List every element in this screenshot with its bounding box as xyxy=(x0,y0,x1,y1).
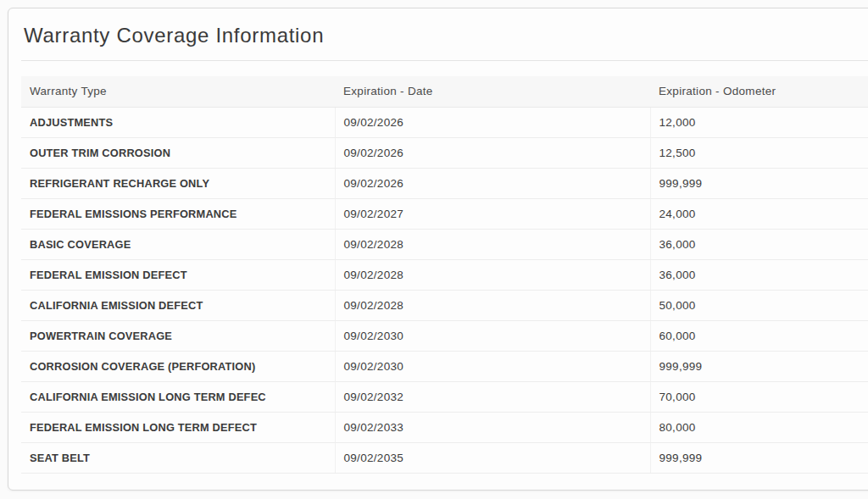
table-header-row: Warranty Type Expiration - Date Expirati… xyxy=(21,76,868,107)
table-row: CORROSION COVERAGE (PERFORATION) 09/02/2… xyxy=(21,351,868,381)
warranty-type-cell: CORROSION COVERAGE (PERFORATION) xyxy=(21,351,335,381)
table-row: BASIC COVERAGE 09/02/2028 36,000 xyxy=(21,229,868,259)
warranty-type-cell: BASIC COVERAGE xyxy=(21,229,335,259)
expiration-odometer-cell: 36,000 xyxy=(650,229,868,259)
table-row: CALIFORNIA EMISSION DEFECT 09/02/2028 50… xyxy=(21,290,868,320)
warranty-type-cell: POWERTRAIN COVERAGE xyxy=(21,320,335,351)
expiration-date-cell: 09/02/2033 xyxy=(335,412,650,442)
expiration-odometer-cell: 60,000 xyxy=(650,320,868,351)
expiration-date-cell: 09/02/2027 xyxy=(335,198,650,229)
expiration-date-cell: 09/02/2028 xyxy=(335,290,650,320)
expiration-date-cell: 09/02/2028 xyxy=(335,229,650,259)
warranty-type-cell: FEDERAL EMISSIONS PERFORMANCE xyxy=(21,198,335,229)
warranty-type-cell: FEDERAL EMISSION DEFECT xyxy=(21,259,335,290)
expiration-date-cell: 09/02/2030 xyxy=(335,320,650,351)
table-row: FEDERAL EMISSION DEFECT 09/02/2028 36,00… xyxy=(21,259,868,290)
warranty-type-cell: OUTER TRIM CORROSION xyxy=(21,137,335,168)
expiration-odometer-cell: 50,000 xyxy=(650,290,868,320)
warranty-table-body: ADJUSTMENTS 09/02/2026 12,000 OUTER TRIM… xyxy=(21,107,868,473)
table-row: REFRIGERANT RECHARGE ONLY 09/02/2026 999… xyxy=(21,168,868,198)
warranty-coverage-table: Warranty Type Expiration - Date Expirati… xyxy=(21,76,868,474)
expiration-date-cell: 09/02/2035 xyxy=(335,442,650,473)
table-row: FEDERAL EMISSIONS PERFORMANCE 09/02/2027… xyxy=(21,198,868,229)
expiration-date-cell: 09/02/2032 xyxy=(335,381,650,412)
expiration-date-cell: 09/02/2026 xyxy=(335,137,650,168)
table-row: POWERTRAIN COVERAGE 09/02/2030 60,000 xyxy=(21,320,868,351)
table-row: FEDERAL EMISSION LONG TERM DEFECT 09/02/… xyxy=(21,412,868,442)
expiration-date-cell: 09/02/2030 xyxy=(335,351,650,381)
table-row: OUTER TRIM CORROSION 09/02/2026 12,500 xyxy=(21,137,868,168)
column-header-expiration-odometer: Expiration - Odometer xyxy=(650,76,868,107)
expiration-date-cell: 09/02/2026 xyxy=(335,107,650,137)
expiration-odometer-cell: 999,999 xyxy=(650,442,868,473)
expiration-odometer-cell: 999,999 xyxy=(650,351,868,381)
expiration-odometer-cell: 24,000 xyxy=(650,198,868,229)
warranty-type-cell: CALIFORNIA EMISSION LONG TERM DEFEC xyxy=(21,381,335,412)
expiration-odometer-cell: 12,500 xyxy=(650,137,868,168)
table-row: CALIFORNIA EMISSION LONG TERM DEFEC 09/0… xyxy=(21,381,868,412)
warranty-type-cell: ADJUSTMENTS xyxy=(21,107,335,137)
expiration-date-cell: 09/02/2026 xyxy=(335,168,650,198)
warranty-type-cell: REFRIGERANT RECHARGE ONLY xyxy=(21,168,335,198)
title-divider xyxy=(21,60,868,61)
expiration-odometer-cell: 80,000 xyxy=(650,412,868,442)
warranty-coverage-card: Warranty Coverage Information Warranty T… xyxy=(8,8,868,491)
expiration-odometer-cell: 70,000 xyxy=(650,381,868,412)
expiration-odometer-cell: 36,000 xyxy=(650,259,868,290)
page-title: Warranty Coverage Information xyxy=(8,8,868,48)
expiration-odometer-cell: 999,999 xyxy=(650,168,868,198)
warranty-type-cell: SEAT BELT xyxy=(21,442,335,473)
warranty-type-cell: CALIFORNIA EMISSION DEFECT xyxy=(21,290,335,320)
expiration-odometer-cell: 12,000 xyxy=(650,107,868,137)
expiration-date-cell: 09/02/2028 xyxy=(335,259,650,290)
table-row: ADJUSTMENTS 09/02/2026 12,000 xyxy=(21,107,868,137)
warranty-type-cell: FEDERAL EMISSION LONG TERM DEFECT xyxy=(21,412,335,442)
column-header-warranty-type: Warranty Type xyxy=(21,76,335,107)
table-row: SEAT BELT 09/02/2035 999,999 xyxy=(21,442,868,473)
column-header-expiration-date: Expiration - Date xyxy=(335,76,650,107)
